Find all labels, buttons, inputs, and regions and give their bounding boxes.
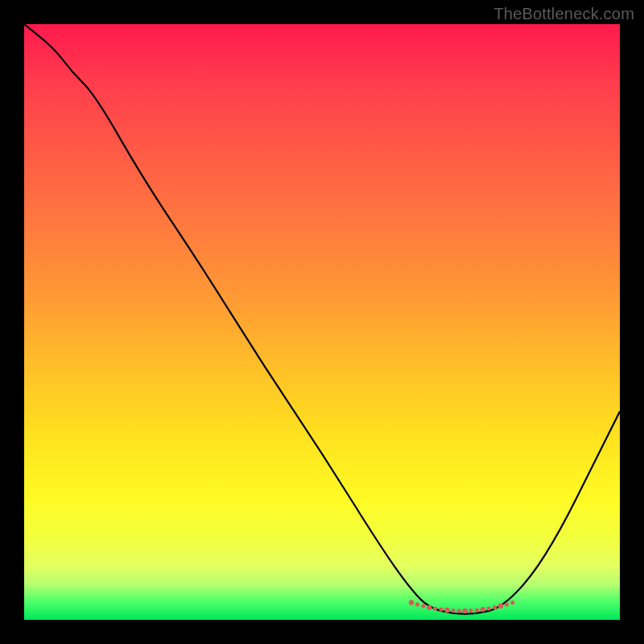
minimum-dot [475,608,479,612]
minimum-dot [493,605,497,609]
plot-area [24,24,620,620]
minimum-dot [433,606,437,610]
bottleneck-curve-path [24,24,620,614]
minimum-dot [462,609,467,613]
minimum-dot [439,608,443,612]
minimum-dot [487,606,491,610]
minimum-dot [457,609,461,613]
minimum-dot [415,602,419,606]
curve-overlay [24,24,620,620]
minimum-dot [469,609,473,613]
minimum-dot [444,608,449,613]
minimum-dot [510,601,514,605]
watermark-text: TheBottleneck.com [493,5,634,23]
minimum-dot [505,602,509,606]
chart-frame: TheBottleneck.com [0,0,644,644]
minimum-dot [498,604,503,609]
minimum-dot [427,605,431,609]
minimum-dot [481,607,485,612]
minimum-dot [409,600,414,605]
minimum-dot [421,604,425,608]
minimum-dot [451,609,455,613]
